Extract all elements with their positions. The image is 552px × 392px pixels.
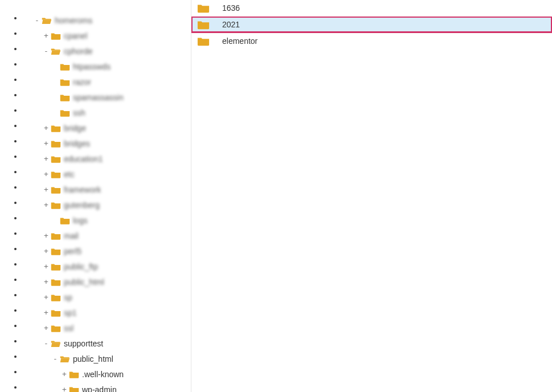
expand-toggle[interactable]: + bbox=[42, 183, 50, 196]
tree-node-public-html[interactable]: -public_html bbox=[23, 353, 191, 365]
tree-node-supporttest[interactable]: -supporttest bbox=[23, 337, 191, 350]
file-manager: -homeroms+cpanel-cphorde+htpasswds+razor… bbox=[0, 0, 552, 392]
expand-toggle[interactable]: + bbox=[42, 276, 50, 288]
tree-node-label: wp-admin bbox=[81, 383, 117, 392]
folder-row-1636[interactable]: 1636 bbox=[191, 0, 552, 17]
expand-toggle[interactable]: + bbox=[60, 368, 68, 381]
tree-node-bridge[interactable]: +bridge bbox=[23, 122, 191, 134]
folder-icon bbox=[51, 293, 61, 301]
tree-node--well-known[interactable]: +.well-known bbox=[23, 368, 191, 381]
folder-icon bbox=[51, 278, 61, 286]
expand-toggle[interactable]: + bbox=[42, 122, 50, 134]
tree-node-perl5[interactable]: +perl5 bbox=[23, 245, 191, 258]
tree-node-razor[interactable]: +razor bbox=[23, 76, 191, 88]
tree-node-public-ftp[interactable]: +public_ftp bbox=[23, 260, 191, 273]
folder-open-icon bbox=[60, 355, 70, 363]
tree-node-etc[interactable]: +etc bbox=[23, 168, 191, 181]
tree-node-sp[interactable]: +sp bbox=[23, 291, 191, 304]
folder-icon bbox=[60, 217, 70, 224]
tree-node-wp-admin[interactable]: +wp-admin bbox=[23, 383, 191, 392]
tree-node-label: ssl bbox=[63, 322, 73, 334]
folder-tree-pane: -homeroms+cpanel-cphorde+htpasswds+razor… bbox=[0, 0, 191, 392]
folder-icon bbox=[51, 324, 61, 332]
folder-icon bbox=[51, 32, 61, 40]
folder-icon bbox=[51, 155, 61, 163]
expand-toggle[interactable]: + bbox=[42, 260, 50, 273]
tree-node-label: razor bbox=[72, 76, 91, 88]
folder-icon bbox=[69, 386, 79, 392]
tree-node-public-html[interactable]: +public_html bbox=[23, 276, 191, 288]
expand-toggle[interactable]: + bbox=[42, 30, 50, 42]
expand-toggle[interactable]: + bbox=[42, 230, 50, 242]
expand-toggle[interactable]: + bbox=[42, 245, 50, 258]
folder-open-icon bbox=[51, 47, 61, 55]
folder-icon bbox=[51, 186, 61, 194]
tree-node-cphorde[interactable]: -cphorde bbox=[23, 45, 191, 58]
folder-icon bbox=[51, 124, 61, 132]
tree-node-gutenberg[interactable]: +gutenberg bbox=[23, 199, 191, 211]
tree-node-ssl[interactable]: +ssl bbox=[23, 322, 191, 334]
tree-node-education1[interactable]: +education1 bbox=[23, 153, 191, 165]
folder-row-elementor[interactable]: elementor bbox=[191, 33, 552, 50]
tree-node-label: homeroms bbox=[54, 14, 92, 27]
tree-node-label: cpanel bbox=[63, 30, 87, 42]
collapse-toggle[interactable]: - bbox=[42, 337, 50, 350]
expand-toggle[interactable]: + bbox=[42, 153, 50, 165]
folder-icon bbox=[51, 140, 61, 148]
folder-icon bbox=[51, 201, 61, 209]
folder-icon bbox=[51, 232, 61, 240]
tree-node-htpasswds[interactable]: +htpasswds bbox=[23, 60, 191, 73]
tree-node-label: sp1 bbox=[63, 307, 77, 319]
tree-node-label: logs bbox=[72, 214, 88, 227]
tree-node-framework[interactable]: +framework bbox=[23, 183, 191, 196]
expand-toggle[interactable]: + bbox=[42, 291, 50, 304]
tree-node-logs[interactable]: +logs bbox=[23, 214, 191, 227]
folder-icon bbox=[51, 263, 61, 271]
collapse-toggle[interactable]: - bbox=[33, 14, 41, 27]
collapse-toggle[interactable]: - bbox=[51, 353, 59, 365]
tree-node-cpanel[interactable]: +cpanel bbox=[23, 30, 191, 42]
expand-toggle[interactable]: + bbox=[42, 137, 50, 150]
expand-toggle[interactable]: + bbox=[60, 383, 68, 392]
tree-node-label: htpasswds bbox=[72, 60, 111, 73]
tree-node-label: cphorde bbox=[63, 45, 93, 58]
tree-node-homeroms[interactable]: -homeroms bbox=[23, 14, 191, 27]
tree-node-label: sp bbox=[63, 291, 72, 304]
tree-node-mail[interactable]: +mail bbox=[23, 230, 191, 242]
folder-icon bbox=[197, 3, 210, 13]
folder-icon bbox=[197, 36, 210, 46]
expand-toggle[interactable]: + bbox=[42, 307, 50, 319]
tree-node-label: .well-known bbox=[81, 368, 124, 381]
folder-icon bbox=[60, 63, 70, 71]
tree-node-label: gutenberg bbox=[63, 199, 100, 211]
tree-node-ssh[interactable]: +ssh bbox=[23, 107, 191, 119]
tree-node-label: spamassassin bbox=[72, 91, 124, 104]
folder-name: 1636 bbox=[222, 3, 240, 13]
folder-row-2021[interactable]: 2021 bbox=[191, 17, 552, 33]
folder-open-icon bbox=[51, 340, 61, 348]
tree-node-label: supporttest bbox=[63, 337, 103, 350]
tree-node-bridges[interactable]: +bridges bbox=[23, 137, 191, 150]
expand-toggle[interactable]: + bbox=[42, 199, 50, 211]
tree-node-label: public_html bbox=[63, 276, 104, 288]
expand-toggle[interactable]: + bbox=[42, 168, 50, 181]
expand-toggle[interactable]: + bbox=[42, 322, 50, 334]
tree-node-label: perl5 bbox=[63, 245, 81, 258]
folder-icon bbox=[60, 109, 70, 117]
collapse-toggle[interactable]: - bbox=[42, 45, 50, 58]
folder-icon bbox=[60, 78, 70, 86]
tree-node-sp1[interactable]: +sp1 bbox=[23, 307, 191, 319]
tree-node-label: public_ftp bbox=[63, 260, 98, 273]
tree-node-label: bridges bbox=[63, 137, 90, 150]
folder-tree: -homeroms+cpanel-cphorde+htpasswds+razor… bbox=[0, 11, 191, 392]
tree-node-label: ssh bbox=[72, 107, 85, 119]
folder-name: 2021 bbox=[222, 20, 240, 29]
tree-node-spamassassin[interactable]: +spamassassin bbox=[23, 91, 191, 104]
folder-contents-pane: 16362021elementor bbox=[191, 0, 552, 392]
tree-node-label: mail bbox=[63, 230, 79, 242]
folder-open-icon bbox=[42, 17, 52, 24]
tree-node-label: public_html bbox=[72, 353, 113, 365]
folder-icon bbox=[60, 93, 70, 101]
tree-node-label: education1 bbox=[63, 153, 103, 165]
folder-icon bbox=[197, 19, 210, 30]
